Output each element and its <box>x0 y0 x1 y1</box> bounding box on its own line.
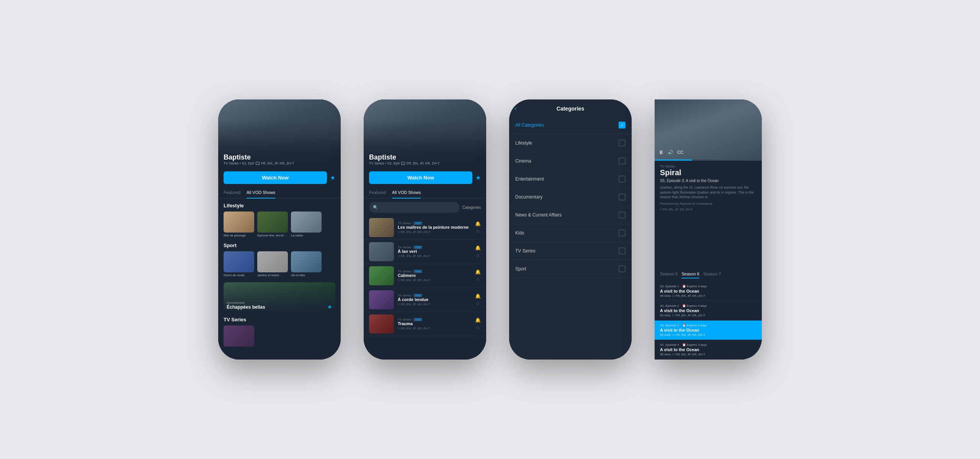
category-label: All Categories <box>515 122 544 128</box>
back-button[interactable]: ‹ <box>514 105 516 112</box>
season-tabs: Season 5 Season 6 Season 7 <box>655 270 762 278</box>
video-progress-bar[interactable] <box>655 160 762 161</box>
bookmark-icon-v3[interactable]: ☆ <box>476 277 480 282</box>
vod-item[interactable]: TV Series VOD À corde tendue □ FR, EN, J… <box>364 288 486 312</box>
bookmark-icon[interactable]: ★ <box>330 174 335 181</box>
category-checkbox[interactable] <box>619 140 626 146</box>
list-item[interactable]: Demo de mode <box>224 251 254 277</box>
category-checkbox[interactable]: ✓ <box>619 122 626 129</box>
ep-number: S2, Episode 4 <box>660 343 679 347</box>
ep-duration: 95 mins □ FR, EN, JP, KR, ZH-T <box>660 294 756 298</box>
category-item-cinema[interactable]: Cinema <box>509 152 632 170</box>
category-label: News & Current Affairs <box>515 212 562 218</box>
vod-item[interactable]: TV Series VOD Trauma □ FR, EN, JP, KR, Z… <box>364 312 486 336</box>
bookmark-icon-2[interactable]: ★ <box>475 174 481 181</box>
notification-icon[interactable]: 🔔 <box>475 221 481 226</box>
feature-thumb[interactable]: Documentary Échappées bellas ★ <box>224 282 335 313</box>
category-item-lifestyle[interactable]: Lifestyle <box>509 134 632 152</box>
vod-list: TV Series VOD Les maîtres de la peinture… <box>364 216 486 360</box>
tab-featured-2[interactable]: Featured <box>369 187 386 199</box>
hero-meta-2: TV Series • S2, Ep9 □ FR, EN, JP, KR, ZH… <box>369 161 481 165</box>
vod-item[interactable]: TV Series VOD Calimero □ FR, EN, JP, KR,… <box>364 264 486 288</box>
episode-item[interactable]: S2, Episode 2 ⏰ Expires 3 days A visit t… <box>655 301 762 321</box>
category-item-all[interactable]: All Categories ✓ <box>509 116 632 134</box>
tab-all-vod-2[interactable]: All VOD Shows <box>392 187 421 199</box>
vod-badge: VOD <box>413 246 422 249</box>
list-item[interactable]: Rite de passage <box>224 212 254 237</box>
category-item-documentary[interactable]: Documentary <box>509 188 632 206</box>
hero-info-2: Baptiste TV Series • S2, Ep9 □ FR, EN, J… <box>364 150 486 168</box>
category-checkbox[interactable] <box>619 194 626 200</box>
tab-featured[interactable]: Featured <box>224 187 240 199</box>
watch-now-button[interactable]: Watch Now <box>224 171 327 184</box>
list-item[interactable]: Jardins et loisirs <box>257 251 288 277</box>
search-icon: 🔍 <box>373 205 378 210</box>
vod-info: TV Series VOD À corde tendue □ FR, EN, J… <box>398 294 471 306</box>
detail-show-title: Spiral <box>660 168 756 177</box>
episode-item[interactable]: S2, Episode 4 ⏰ Expires 3 days A visit t… <box>655 340 762 360</box>
season-tab-5[interactable]: Season 5 <box>660 270 678 278</box>
vod-item[interactable]: TV Series VOD Les maîtres de la peinture… <box>364 216 486 240</box>
captions-icon[interactable]: CC <box>677 150 683 155</box>
category-item-tvseries[interactable]: TV Series <box>509 242 632 260</box>
ep-meta: S2, Episode 4 ⏰ Expires 3 days <box>660 343 756 347</box>
list-item[interactable]: Sel et dies <box>291 251 322 277</box>
vod-badge: VOD <box>413 221 422 225</box>
bookmark-icon-v5[interactable]: ☆ <box>476 325 480 330</box>
vod-item[interactable]: TV Series VOD À lan vert □ FR, EN, JP, K… <box>364 240 486 264</box>
notification-icon[interactable]: 🔔 <box>475 317 481 323</box>
vod-actions: 🔔 ☆ <box>475 269 481 282</box>
vod-info: TV Series VOD À lan vert □ FR, EN, JP, K… <box>398 246 471 258</box>
season-tab-6[interactable]: Season 6 <box>681 270 699 278</box>
video-progress-fill <box>655 160 692 161</box>
bookmark-icon-v4[interactable]: ☆ <box>476 301 480 306</box>
ep-number: S2, Episode 1 <box>660 285 679 288</box>
category-item-entertainment[interactable]: Entertainment <box>509 170 632 188</box>
lifestyle-section: Lifestyle Rite de passage Epicerie fine,… <box>218 203 341 237</box>
thumb-image <box>224 212 254 233</box>
episode-item-active[interactable]: S2, Episode 3 ⏰ Expires 3 days A visit t… <box>655 321 762 340</box>
vod-type: TV Series <box>398 294 411 297</box>
category-item-news[interactable]: News & Current Affairs <box>509 206 632 224</box>
notification-icon[interactable]: 🔔 <box>475 293 481 299</box>
feature-bookmark-icon[interactable]: ★ <box>327 304 332 310</box>
search-input[interactable]: 🔍 <box>369 202 459 213</box>
vod-type-row: TV Series VOD <box>398 221 471 225</box>
category-item-sport[interactable]: Sport <box>509 260 632 278</box>
phone4-screen: ⏸ 🔊 CC TV Series Spiral S5, Episode 3: A… <box>655 99 762 360</box>
vod-type: TV Series <box>398 221 411 225</box>
categories-button[interactable]: Categories <box>462 205 481 210</box>
watch-now-button-2[interactable]: Watch Now <box>369 171 472 184</box>
ep-expires: ⏰ Expires 3 days <box>682 285 707 288</box>
hero-meta: TV Series • S2, Ep9 □ FR, EN, JP, KR, ZH… <box>224 161 335 165</box>
vod-type-row: TV Series VOD <box>398 270 471 273</box>
pause-icon[interactable]: ⏸ <box>658 149 664 155</box>
category-checkbox[interactable] <box>619 158 626 164</box>
category-checkbox[interactable] <box>619 247 626 254</box>
vod-type: TV Series <box>398 270 411 273</box>
season-tab-7[interactable]: Season 7 <box>703 270 721 278</box>
list-item[interactable]: La valise <box>291 212 322 237</box>
notification-icon[interactable]: 🔔 <box>475 269 481 275</box>
bookmark-icon-v1[interactable]: ☆ <box>476 229 480 234</box>
tab-all-vod[interactable]: All VOD Shows <box>247 187 275 199</box>
list-item[interactable] <box>224 326 254 347</box>
vod-langs: □ FR, EN, JP, KR, ZH-T <box>398 254 471 258</box>
category-label: TV Series <box>515 248 536 254</box>
episode-item[interactable]: S2, Episode 1 ⏰ Expires 3 days A visit t… <box>655 282 762 301</box>
category-item-kids[interactable]: Kids <box>509 224 632 242</box>
ep-meta: S2, Episode 2 ⏰ Expires 3 days <box>660 304 756 308</box>
list-item[interactable]: Epicerie fine, terroirs gourmand... <box>257 212 288 237</box>
content-area: Lifestyle Rite de passage Epicerie fine,… <box>218 199 341 360</box>
volume-icon[interactable]: 🔊 <box>668 150 673 155</box>
category-checkbox[interactable] <box>619 212 626 218</box>
thumb-image <box>257 212 288 233</box>
notification-icon[interactable]: 🔔 <box>475 245 481 251</box>
phone2-screen: Baptiste TV Series • S2, Ep9 □ FR, EN, J… <box>364 99 486 360</box>
video-controls: ⏸ 🔊 CC <box>658 149 683 155</box>
bookmark-icon-v2[interactable]: ☆ <box>476 253 480 258</box>
category-checkbox[interactable] <box>619 265 626 272</box>
category-checkbox[interactable] <box>619 176 626 182</box>
category-checkbox[interactable] <box>619 230 626 236</box>
tv-series-title: TV Series <box>218 317 341 322</box>
